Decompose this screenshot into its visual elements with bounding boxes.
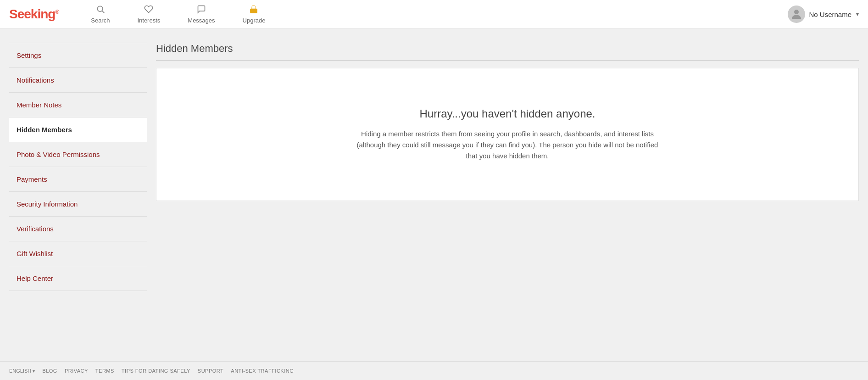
svg-rect-2	[250, 9, 257, 13]
upgrade-lock-icon	[249, 5, 258, 16]
svg-point-0	[97, 6, 103, 11]
username-label: No Username	[809, 11, 851, 18]
nav-upgrade[interactable]: Upgrade	[229, 5, 279, 24]
main-content: Settings Notifications Member Notes Hidd…	[0, 29, 868, 361]
footer-support-link[interactable]: SUPPORT	[198, 368, 223, 374]
sidebar-item-hidden-members[interactable]: Hidden Members	[9, 117, 147, 142]
heart-icon	[144, 5, 153, 16]
chevron-down-icon: ▾	[856, 11, 859, 17]
empty-state-heading: Hurray...you haven't hidden anyone.	[419, 107, 595, 120]
nav-interests[interactable]: Interests	[123, 5, 174, 24]
sidebar-item-notifications[interactable]: Notifications	[9, 68, 147, 93]
svg-line-1	[102, 11, 104, 13]
sidebar-item-gift-wishlist[interactable]: Gift Wishlist	[9, 241, 147, 266]
footer-terms-link[interactable]: TERMS	[95, 368, 114, 374]
main-nav: Search Interests Messages Upgrade	[77, 5, 279, 24]
nav-search[interactable]: Search	[77, 5, 123, 24]
sidebar-item-payments[interactable]: Payments	[9, 167, 147, 192]
empty-state-card: Hurray...you haven't hidden anyone. Hidi…	[156, 68, 859, 201]
sidebar-item-verifications[interactable]: Verifications	[9, 217, 147, 241]
footer-anti-trafficking-link[interactable]: ANTI-SEX TRAFFICKING	[231, 368, 294, 374]
language-label: ENGLISH	[9, 368, 31, 374]
language-selector[interactable]: ENGLISH ▾	[9, 368, 35, 374]
avatar	[788, 6, 805, 23]
logo[interactable]: Seeking®	[9, 7, 59, 22]
sidebar: Settings Notifications Member Notes Hidd…	[9, 43, 147, 352]
user-menu[interactable]: No Username ▾	[788, 6, 859, 23]
sidebar-item-photo-video-permissions[interactable]: Photo & Video Permissions	[9, 142, 147, 167]
nav-messages[interactable]: Messages	[174, 5, 228, 24]
page-title: Hidden Members	[156, 43, 859, 61]
empty-state-description: Hiding a member restricts them from seei…	[351, 129, 663, 162]
sidebar-item-security-information[interactable]: Security Information	[9, 192, 147, 217]
header: Seeking® Search Interests Messages	[0, 0, 868, 29]
language-chevron-icon: ▾	[33, 369, 35, 374]
footer: ENGLISH ▾ BLOG PRIVACY TERMS TIPS FOR DA…	[0, 361, 868, 380]
sidebar-item-help-center[interactable]: Help Center	[9, 266, 147, 291]
footer-blog-link[interactable]: BLOG	[42, 368, 57, 374]
svg-point-3	[794, 10, 799, 14]
sidebar-item-settings[interactable]: Settings	[9, 43, 147, 68]
messages-icon	[197, 5, 206, 16]
footer-dating-safely-link[interactable]: TIPS FOR DATING SAFELY	[122, 368, 190, 374]
content-area: Hidden Members Hurray...you haven't hidd…	[156, 43, 859, 352]
sidebar-item-member-notes[interactable]: Member Notes	[9, 93, 147, 117]
footer-privacy-link[interactable]: PRIVACY	[65, 368, 88, 374]
search-icon	[96, 5, 105, 16]
